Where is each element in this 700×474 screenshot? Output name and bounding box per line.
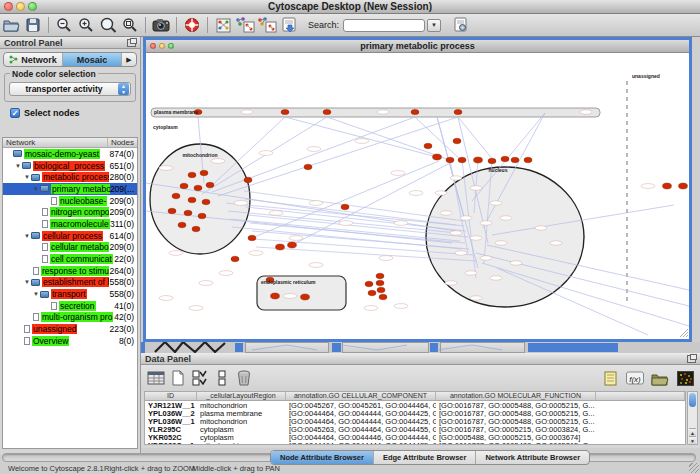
tree-row[interactable]: ▼ biological_process 651(0) xyxy=(3,160,137,172)
tree-item-icon xyxy=(42,220,48,228)
snapshot-button[interactable] xyxy=(150,15,172,35)
cell-region[interactable]: mitochondrion xyxy=(197,441,286,446)
table-scrollbar[interactable]: ▲ ▼ xyxy=(687,391,698,445)
search-config-icon xyxy=(453,17,468,33)
tree-row[interactable]: ▼ cellular process 614(0) xyxy=(3,230,137,242)
window-titlebar[interactable]: Cytoscape Desktop (New Session) xyxy=(0,0,700,14)
tree-item-label: mosaic-demo-yeast xyxy=(24,149,100,159)
attribute-browser-tab[interactable]: Network Attribute Browser xyxy=(476,451,589,464)
window-resize-grip[interactable] xyxy=(680,329,688,337)
tree-row[interactable]: macromolecule 311(0) xyxy=(3,218,137,230)
create-attribute-button[interactable] xyxy=(167,367,189,389)
tree-row[interactable]: response to stimulu 264(0) xyxy=(3,265,137,277)
heatmap-button[interactable] xyxy=(674,367,696,389)
tree-item-label: biological_process xyxy=(33,161,105,171)
cytoplasm-label: cytoplasm xyxy=(153,124,178,130)
tree-item-icon xyxy=(24,325,30,333)
disclosure-triangle[interactable]: ▼ xyxy=(23,233,31,239)
column-header-id[interactable]: ID xyxy=(145,392,197,400)
search-config-button[interactable] xyxy=(449,15,471,35)
tree-row[interactable]: ▼ establishment of lo 558(0) xyxy=(3,277,137,289)
save-session-button[interactable] xyxy=(22,15,44,35)
inner-zoom-button[interactable] xyxy=(168,43,174,49)
network-view-window[interactable]: primary metabolic process xyxy=(143,37,692,342)
tree-row[interactable]: cellular metabo 209(0) xyxy=(3,242,137,254)
network-overview-button[interactable] xyxy=(212,15,234,35)
cell-cellular-component[interactable]: [GO:0044464, GO:0044444, GO:0044425, G..… xyxy=(286,441,436,446)
float-panel-icon[interactable] xyxy=(687,355,696,363)
tab-network[interactable]: Network xyxy=(4,53,63,66)
tree-item-icon xyxy=(40,291,49,298)
attribute-list-button[interactable] xyxy=(599,367,621,389)
tree-item-icon xyxy=(24,337,30,345)
delete-attribute-button[interactable] xyxy=(233,367,255,389)
column-header-region[interactable]: _cellularLayoutRegion xyxy=(197,392,286,400)
duplicate-network-button[interactable] xyxy=(234,15,256,35)
column-header-cellular-component[interactable]: annotation.GO CELLULAR_COMPONENT xyxy=(286,392,436,400)
float-panel-icon[interactable] xyxy=(127,39,136,47)
destroy-network-button[interactable] xyxy=(256,15,278,35)
background-windows-strip[interactable] xyxy=(141,342,700,353)
tree-item-label: Overview xyxy=(32,336,69,346)
import-attributes-button[interactable] xyxy=(649,367,671,389)
unselect-all-attributes-button[interactable] xyxy=(211,367,233,389)
tab-mosaic[interactable]: Mosaic xyxy=(63,53,122,66)
table-row[interactable]: YDR039C__1 mitochondrion [GO:0044464, GO… xyxy=(145,441,685,445)
tree-row[interactable]: cell communicat 22(0) xyxy=(3,253,137,265)
app-resize-grip[interactable] xyxy=(689,463,699,473)
tree-row[interactable]: ▼ primary metabo 209(... xyxy=(3,183,137,195)
tree-row[interactable]: unassigned 223(0) xyxy=(3,323,137,335)
network-window-titlebar[interactable]: primary metabolic process xyxy=(146,40,689,53)
disclosure-triangle[interactable]: ▼ xyxy=(32,186,40,192)
mitochondrion-region[interactable] xyxy=(150,144,250,254)
inner-close-button[interactable] xyxy=(150,43,156,49)
tree-row[interactable]: ▼ transport 558(0) xyxy=(3,288,137,300)
tree-header: Network Nodes xyxy=(3,138,137,148)
help-button[interactable] xyxy=(181,15,203,35)
tree-item-count: 209(0) xyxy=(109,196,134,206)
scrollbar-thumb[interactable] xyxy=(689,393,696,407)
network-canvas[interactable]: plasma membrane cytoplasm mitochondrion … xyxy=(146,53,689,339)
formula-builder-button[interactable]: f(x) xyxy=(624,367,646,389)
plasma-membrane-region[interactable] xyxy=(151,108,600,117)
minimize-button[interactable] xyxy=(16,2,25,11)
search-dropdown-button[interactable]: ▼ xyxy=(427,19,441,32)
annotation-button[interactable] xyxy=(278,15,300,35)
column-header-molecular-function[interactable]: annotation.GO MOLECULAR_FUNCTION xyxy=(436,392,596,400)
cell-id[interactable]: YDR039C__1 xyxy=(145,441,197,446)
tree-row[interactable]: mosaic-demo-yeast 874(0) xyxy=(3,148,137,160)
tree-row[interactable]: nitrogen compo 209(0) xyxy=(3,206,137,218)
tree-row[interactable]: ▼ metabolic process 280(0) xyxy=(3,171,137,183)
attribute-browser-tab[interactable]: Node Attribute Browser xyxy=(271,451,374,464)
select-nodes-checkbox[interactable]: ✓ xyxy=(10,108,20,118)
disclosure-triangle[interactable]: ▼ xyxy=(23,279,31,285)
select-all-attributes-button[interactable] xyxy=(189,367,211,389)
open-folder-icon xyxy=(3,18,20,32)
tree-item-count: 22(0) xyxy=(114,254,134,264)
open-session-button[interactable] xyxy=(0,15,22,35)
cell-molecular-function[interactable]: [GO:0016787, GO:0005488, GO:0005215, G..… xyxy=(436,441,596,446)
matrix-icon xyxy=(677,371,694,386)
search-input[interactable] xyxy=(343,19,425,32)
scroll-down-button[interactable]: ▼ xyxy=(689,436,696,444)
disclosure-triangle[interactable]: ▼ xyxy=(14,163,22,169)
close-button[interactable] xyxy=(4,2,13,11)
disclosure-triangle[interactable]: ▼ xyxy=(32,291,40,297)
attribute-browser-tab[interactable]: Edge Attribute Browser xyxy=(374,451,476,464)
tree-row[interactable]: Overview 8(0) xyxy=(3,335,137,347)
checkboxes-icon xyxy=(192,370,209,386)
tree-row[interactable]: secretion 41(0) xyxy=(3,300,137,312)
zoom-selected-button[interactable] xyxy=(119,15,141,35)
zoom-window-button[interactable] xyxy=(28,2,37,11)
select-attributes-button[interactable] xyxy=(145,367,167,389)
zoom-in-button[interactable] xyxy=(75,15,97,35)
disclosure-triangle[interactable]: ▼ xyxy=(23,174,31,180)
scroll-up-button[interactable]: ▲ xyxy=(689,428,696,436)
tree-row[interactable]: nucleobase- 209(0) xyxy=(3,195,137,207)
color-attribute-dropdown[interactable]: transporter activity ▲▼ xyxy=(9,82,131,96)
zoom-out-button[interactable] xyxy=(53,15,75,35)
zoom-fit-button[interactable] xyxy=(97,15,119,35)
tree-row[interactable]: multi-organism pro 42(0) xyxy=(3,312,137,324)
tabs-overflow-button[interactable]: ▶ xyxy=(122,53,136,66)
inner-minimize-button[interactable] xyxy=(159,43,165,49)
